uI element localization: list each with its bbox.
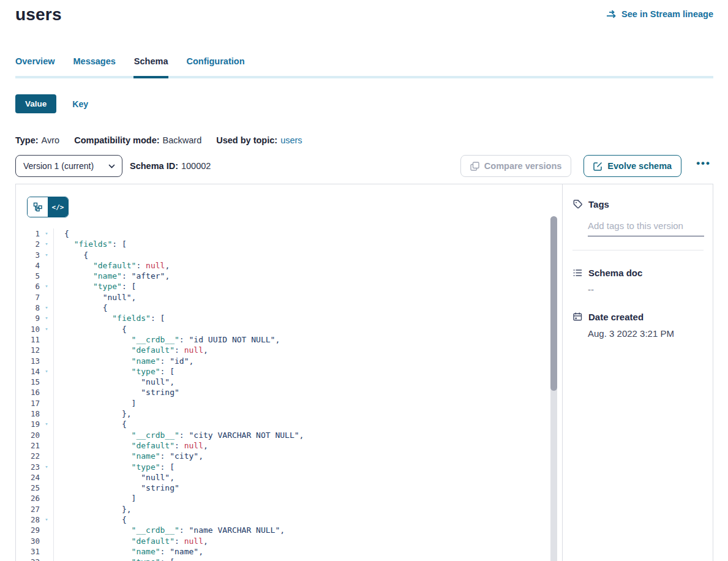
code-text: ] — [53, 493, 562, 503]
tab-configuration[interactable]: Configuration — [186, 54, 244, 76]
fold-spacer — [40, 356, 53, 366]
fold-spacer — [40, 546, 53, 557]
code-line: 22 "name": "city", — [16, 451, 562, 461]
value-key-toggle: Value Key — [15, 94, 88, 113]
code-text: { — [53, 250, 562, 260]
code-text: "__crdb__": "name VARCHAR NULL", — [53, 525, 562, 535]
see-in-stream-lineage-link[interactable]: See in Stream lineage — [606, 9, 713, 19]
code-line: 29 "__crdb__": "name VARCHAR NULL", — [16, 525, 562, 535]
fold-spacer — [40, 377, 53, 387]
stream-lineage-icon — [606, 10, 617, 18]
schema-sidebar: Tags Schema doc -- — [563, 184, 713, 561]
line-number: 16 — [16, 387, 40, 397]
line-number: 19 — [16, 419, 40, 429]
code-line: 24 "null", — [16, 472, 562, 483]
fold-toggle-icon[interactable]: ▾ — [40, 303, 53, 313]
fold-toggle-icon[interactable]: ▾ — [40, 557, 53, 561]
fold-toggle-icon[interactable]: ▾ — [40, 250, 53, 260]
fold-toggle-icon[interactable]: ▾ — [40, 462, 53, 472]
schema-doc-header: Schema doc — [572, 268, 704, 278]
code-line: 11 "__crdb__": "id UUID NOT NULL", — [16, 334, 562, 345]
code-view-button[interactable]: </> — [48, 197, 68, 217]
meta-type: Type:Avro — [15, 135, 59, 145]
line-number: 11 — [16, 334, 40, 345]
line-number: 23 — [16, 462, 40, 472]
fold-spacer — [40, 271, 53, 281]
line-number: 30 — [16, 536, 40, 546]
code-line: 2▾ "fields": [ — [16, 239, 562, 249]
tags-section-header: Tags — [572, 199, 704, 209]
line-number: 4 — [16, 260, 40, 271]
fold-spacer — [40, 472, 53, 483]
code-line: 10▾ { — [16, 324, 562, 334]
page-title: users — [15, 5, 62, 24]
view-mode-toggle: </> — [27, 197, 69, 217]
schema-meta-row: Type:AvroCompatibility mode:BackwardUsed… — [15, 135, 302, 145]
code-line: 23▾ "type": [ — [16, 462, 562, 472]
code-text: "name": "city", — [53, 451, 562, 461]
meta-used-by-topic: Used by topic:users — [216, 135, 302, 145]
schema-json-editor[interactable]: 1▾{2▾ "fields": [3▾ {4 "default": null,5… — [16, 228, 562, 561]
code-text: "null", — [53, 292, 562, 303]
tab-schema[interactable]: Schema — [134, 54, 168, 76]
schema-page: users See in Stream lineage OverviewMess… — [0, 0, 728, 561]
fold-spacer — [40, 345, 53, 355]
line-number: 6 — [16, 281, 40, 292]
fold-spacer — [40, 525, 53, 535]
code-text: "__crdb__": "city VARCHAR NOT NULL", — [53, 430, 562, 440]
line-number: 24 — [16, 472, 40, 483]
date-created-header: Date created — [572, 312, 704, 322]
line-number: 20 — [16, 430, 40, 440]
code-text: "fields": [ — [53, 313, 562, 323]
fold-toggle-icon[interactable]: ▾ — [40, 324, 53, 334]
code-text: "type": [ — [53, 462, 562, 472]
add-tags-input[interactable] — [588, 218, 704, 236]
version-select-control[interactable]: Version 1 (current) — [15, 155, 122, 177]
fold-spacer — [40, 409, 53, 419]
compare-versions-button[interactable]: Compare versions — [460, 155, 572, 177]
code-text: "string" — [53, 483, 562, 493]
code-text: "name": "after", — [53, 271, 562, 281]
schema-id: Schema ID:100002 — [130, 161, 211, 171]
tree-view-button[interactable] — [28, 197, 48, 217]
code-line: 15 "null", — [16, 377, 562, 387]
code-line: 17 ] — [16, 398, 562, 409]
meta-value: Avro — [42, 135, 60, 145]
fold-toggle-icon[interactable]: ▾ — [40, 419, 53, 429]
evolve-schema-button[interactable]: Evolve schema — [584, 155, 681, 177]
code-text: "name": "name", — [53, 546, 562, 557]
tag-icon — [572, 199, 583, 209]
code-line: 7 "null", — [16, 292, 562, 303]
fold-spacer — [40, 536, 53, 546]
more-actions-button[interactable]: ••• — [694, 157, 713, 175]
tab-bar: OverviewMessagesSchemaConfiguration — [15, 54, 713, 78]
code-line: 8▾ { — [16, 303, 562, 313]
fold-toggle-icon[interactable]: ▾ — [40, 228, 53, 239]
line-number: 13 — [16, 356, 40, 366]
code-line: 26 ] — [16, 493, 562, 503]
fold-toggle-icon[interactable]: ▾ — [40, 281, 53, 292]
code-line: 21 "default": null, — [16, 440, 562, 451]
code-text: "__crdb__": "id UUID NOT NULL", — [53, 334, 562, 345]
fold-toggle-icon[interactable]: ▾ — [40, 239, 53, 249]
topic-link[interactable]: users — [280, 135, 302, 145]
fold-toggle-icon[interactable]: ▾ — [40, 514, 53, 525]
fold-toggle-icon[interactable]: ▾ — [40, 313, 53, 323]
code-text: { — [53, 419, 562, 429]
value-tab-button[interactable]: Value — [15, 94, 56, 113]
editor-scrollbar-thumb[interactable] — [550, 216, 557, 391]
code-line: 14▾ "type": [ — [16, 366, 562, 377]
code-text: "string" — [53, 387, 562, 397]
version-select[interactable]: Version 1 (current) — [15, 155, 122, 177]
code-line: 32▾ "type": [ — [16, 557, 562, 561]
key-tab-button[interactable]: Key — [72, 99, 88, 109]
code-text: "type": [ — [53, 366, 562, 377]
meta-compatibility-mode: Compatibility mode:Backward — [74, 135, 201, 145]
code-line: 27 }, — [16, 504, 562, 514]
fold-toggle-icon[interactable]: ▾ — [40, 366, 53, 377]
line-number: 27 — [16, 504, 40, 514]
line-number: 14 — [16, 366, 40, 377]
editor-scrollbar-track[interactable] — [550, 216, 557, 561]
tab-messages[interactable]: Messages — [73, 54, 116, 76]
tab-overview[interactable]: Overview — [15, 54, 55, 76]
